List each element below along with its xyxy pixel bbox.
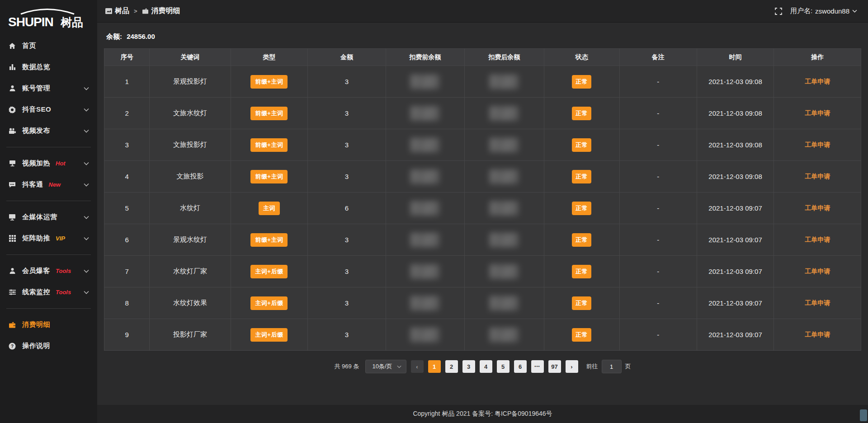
status-badge: 正常 bbox=[572, 75, 591, 89]
sidebar-item-matrix-boost[interactable]: 矩阵助推 VIP bbox=[0, 228, 97, 249]
page-button-6[interactable]: 6 bbox=[514, 360, 527, 373]
cell-time: 2021-12-03 09:08 bbox=[697, 66, 774, 98]
table-row: 1 景观投影灯 前缀+主词 3 正常 - 2021-12-03 09:08 工单… bbox=[104, 66, 861, 98]
sidebar-item-consumption-detail[interactable]: 消费明细 bbox=[0, 314, 97, 335]
sidebar-item-label: 抖音SEO bbox=[22, 105, 51, 114]
sidebar-item-label: 会员爆客 bbox=[22, 267, 50, 275]
masked-balance-after bbox=[490, 328, 519, 342]
fullscreen-icon[interactable] bbox=[775, 8, 782, 15]
work-order-link[interactable]: 工单申请 bbox=[805, 299, 830, 306]
sidebar-item-account-management[interactable]: 账号管理 bbox=[0, 78, 97, 99]
cell-no: 3 bbox=[104, 129, 150, 161]
sidebar-divider bbox=[6, 308, 91, 309]
total-count: 共 969 条 bbox=[335, 362, 359, 371]
tools-badge: Tools bbox=[56, 268, 71, 274]
goto-label: 前往 bbox=[586, 362, 598, 371]
work-order-link[interactable]: 工单申请 bbox=[805, 236, 830, 243]
type-badge: 主词+后缀 bbox=[250, 328, 288, 342]
sidebar-item-member-burst[interactable]: 会员爆客 Tools bbox=[0, 260, 97, 282]
goto-page-input[interactable] bbox=[602, 360, 622, 373]
sidebar-item-instructions[interactable]: ? 操作说明 bbox=[0, 335, 97, 357]
monitor-icon bbox=[8, 214, 16, 221]
masked-balance-after bbox=[490, 75, 519, 89]
sidebar-divider bbox=[6, 254, 91, 255]
page-button-4[interactable]: 4 bbox=[480, 360, 492, 373]
cell-keyword: 水纹灯 bbox=[150, 193, 231, 224]
cell-remark: - bbox=[619, 319, 697, 351]
work-order-link[interactable]: 工单申请 bbox=[805, 141, 830, 148]
type-badge: 前缀+主词 bbox=[250, 138, 288, 152]
sidebar-item-douketong[interactable]: 抖客通 New bbox=[0, 174, 97, 195]
topbar: 树品 > 消费明细 用户名: zswodun88 bbox=[97, 0, 868, 23]
cell-keyword: 水纹灯效果 bbox=[150, 287, 231, 319]
chevron-down-icon bbox=[84, 183, 89, 187]
page-button-1[interactable]: 1 bbox=[428, 360, 441, 373]
wallet-icon bbox=[8, 322, 16, 328]
sidebar: SHUPIN 树品 首页 数据总览 bbox=[0, 0, 97, 423]
cell-keyword: 景观水纹灯 bbox=[150, 224, 231, 256]
user-menu[interactable]: 用户名: zswodun88 bbox=[790, 7, 857, 15]
cell-amount: 3 bbox=[308, 224, 386, 256]
balance-value: 24856.00 bbox=[127, 33, 155, 40]
sidebar-item-label: 首页 bbox=[22, 42, 36, 50]
work-order-link[interactable]: 工单申请 bbox=[805, 173, 830, 180]
page-button-3[interactable]: 3 bbox=[462, 360, 475, 373]
sidebar-item-lead-monitor[interactable]: 线索监控 Tools bbox=[0, 282, 97, 303]
sidebar-item-video-publish[interactable]: 视频发布 bbox=[0, 120, 97, 141]
status-badge: 正常 bbox=[572, 233, 591, 247]
masked-balance-before bbox=[410, 233, 439, 247]
breadcrumb-root[interactable]: 树品 bbox=[105, 6, 129, 16]
type-badge: 前缀+主词 bbox=[250, 107, 288, 120]
sidebar-item-home[interactable]: 首页 bbox=[0, 35, 97, 56]
col-header-time: 时间 bbox=[697, 49, 774, 66]
page-button-2[interactable]: 2 bbox=[445, 360, 458, 373]
brand-logo[interactable]: SHUPIN 树品 bbox=[0, 5, 97, 33]
prev-page-button[interactable]: ‹ bbox=[411, 360, 424, 373]
cell-time: 2021-12-03 09:07 bbox=[697, 319, 774, 351]
next-page-button[interactable]: › bbox=[566, 360, 578, 373]
page-button-97[interactable]: 97 bbox=[548, 360, 561, 373]
cell-keyword: 文旅水纹灯 bbox=[150, 98, 231, 129]
col-header-balance-after: 扣费后余额 bbox=[464, 49, 544, 66]
user-icon bbox=[8, 85, 16, 92]
cell-time: 2021-12-03 09:08 bbox=[697, 129, 774, 161]
col-header-type: 类型 bbox=[231, 49, 308, 66]
cell-keyword: 文旅投影 bbox=[150, 161, 231, 193]
work-order-link[interactable]: 工单申请 bbox=[805, 109, 830, 117]
more-pages-button[interactable]: ••• bbox=[531, 360, 544, 373]
new-badge: New bbox=[49, 181, 61, 188]
goto-suffix: 页 bbox=[625, 362, 631, 371]
grid-icon bbox=[8, 235, 16, 242]
cell-no: 9 bbox=[104, 319, 150, 351]
sidebar-item-douyin-seo[interactable]: 抖音SEO bbox=[0, 99, 97, 120]
cell-remark: - bbox=[619, 287, 697, 319]
breadcrumb-current[interactable]: 消费明细 bbox=[142, 6, 180, 16]
table-row: 5 水纹灯 主词 6 正常 - 2021-12-03 09:07 工单申请 bbox=[104, 193, 861, 224]
page-button-5[interactable]: 5 bbox=[497, 360, 509, 373]
work-order-link[interactable]: 工单申请 bbox=[805, 204, 830, 212]
work-order-link[interactable]: 工单申请 bbox=[805, 331, 830, 338]
cell-keyword: 投影灯厂家 bbox=[150, 319, 231, 351]
masked-balance-after bbox=[490, 138, 519, 152]
work-order-link[interactable]: 工单申请 bbox=[805, 268, 830, 275]
work-order-link[interactable]: 工单申请 bbox=[805, 78, 830, 85]
sidebar-item-label: 账号管理 bbox=[22, 84, 50, 93]
table-row: 9 投影灯厂家 主词+后缀 3 正常 - 2021-12-03 09:07 工单… bbox=[104, 319, 861, 351]
breadcrumb-separator: > bbox=[134, 8, 137, 14]
page-size-select[interactable]: 10条/页 bbox=[365, 360, 406, 373]
sidebar-divider bbox=[6, 147, 91, 147]
sidebar-item-data-overview[interactable]: 数据总览 bbox=[0, 56, 97, 78]
sidebar-item-all-media[interactable]: 全媒体运营 bbox=[0, 207, 97, 228]
cell-keyword: 水纹灯厂家 bbox=[150, 256, 231, 287]
cell-amount: 3 bbox=[308, 319, 386, 351]
cell-no: 4 bbox=[104, 161, 150, 193]
col-header-keyword: 关键词 bbox=[150, 49, 231, 66]
sidebar-menu: 首页 数据总览 账号管理 抖音 bbox=[0, 35, 97, 357]
col-header-action: 操作 bbox=[774, 49, 861, 66]
sidebar-item-label: 视频加热 bbox=[22, 159, 50, 168]
masked-balance-before bbox=[410, 169, 439, 184]
sidebar-item-video-heating[interactable]: 视频加热 Hot bbox=[0, 153, 97, 174]
page-size-value: 10条/页 bbox=[372, 362, 392, 371]
main-area: 树品 > 消费明细 用户名: zswodun88 bbox=[97, 0, 868, 423]
chevron-down-icon bbox=[397, 365, 401, 368]
